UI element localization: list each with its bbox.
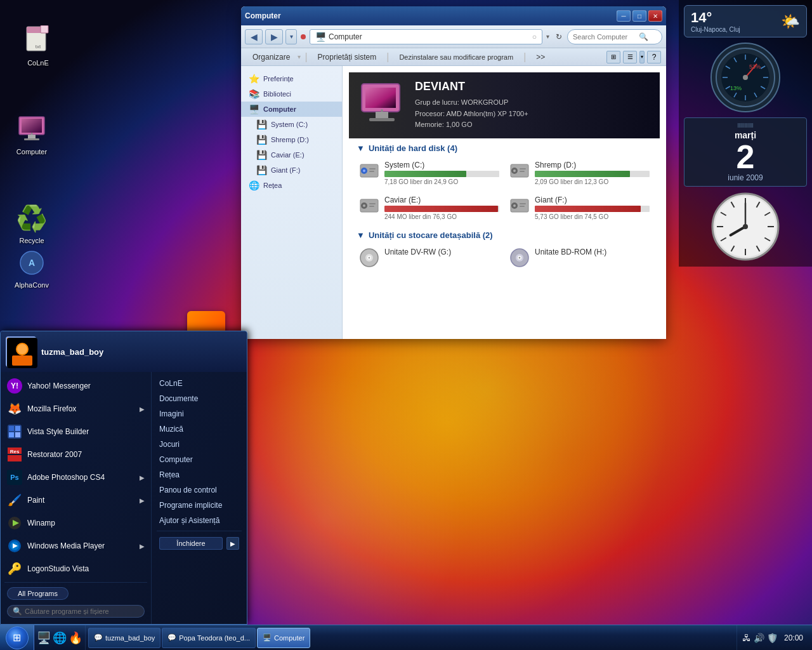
removable-header[interactable]: ▼ Unități cu stocare detașabilă (2) [357,230,652,240]
hard-disks-header[interactable]: ▼ Unități de hard disk (4) [357,143,652,153]
search-input[interactable] [573,33,636,41]
svg-point-35 [513,204,516,207]
sidebar-system-c[interactable]: 💾 System (C:) [241,117,342,132]
explorer-title: Computer [245,11,281,20]
refresh-indicator: ○ [532,32,537,41]
sidebar-shremp-d[interactable]: 💾 Shremp (D:) [241,132,342,147]
calendar-widget[interactable]: |||||||||||| marți 2 iunie 2009 [684,117,807,187]
drive-d-bar [535,171,630,177]
menu-item-paint[interactable]: 🖌️ Paint ▶ [1,489,151,512]
menu-item-logonstudio[interactable]: 🔑 LogonStudio Vista [1,557,151,580]
taskbar-popa-label: Popa Teodora (teo_d... [179,634,250,642]
taskbar-computer[interactable]: 🖥️ Computer [257,628,310,648]
sidebar-giant-f-label: Giant (F:) [271,166,300,174]
view-btn-1[interactable]: ⊞ [606,51,620,63]
tray-network-icon[interactable]: 🖧 [742,633,751,643]
weather-widget[interactable]: 14° Cluj-Napoca, Cluj 🌤️ [684,5,807,37]
speedometer-widget: 53% 13% [710,43,780,112]
right-item-colne[interactable]: CoLnE [152,376,247,391]
right-item-programe[interactable]: Programe implicite [152,498,247,513]
organize-menu[interactable]: Organizare [246,51,296,63]
maximize-button[interactable]: □ [632,10,646,22]
menu-item-wmp[interactable]: Windows Media Player ▶ [1,534,151,557]
shutdown-button[interactable]: Închidere [159,537,223,550]
drive-caviar-e[interactable]: Caviar (E:) 244 MO liber din 76,3 GO [357,193,502,223]
sidebar-caviar-e[interactable]: 💾 Caviar (E:) [241,147,342,162]
minimize-button[interactable]: ─ [617,10,631,22]
uninstall-menu[interactable]: Dezinstalare sau modificare program [393,52,520,62]
menu-item-photoshop[interactable]: Ps Adobe Photoshop CS4 ▶ [1,466,151,489]
svg-rect-84 [12,355,32,366]
sidebar-libraries-label: Biblioteci [263,90,291,98]
firefox-arrow: ▶ [140,406,145,413]
right-item-imagini[interactable]: Imagini [152,406,247,421]
start-button[interactable] [0,625,34,651]
ql-show-desktop[interactable]: 🖥️ [37,631,51,645]
back-button[interactable]: ◀ [245,29,263,44]
desktop-icon-recycle[interactable]: ♻️ Recycle [6,203,57,245]
shutdown-arrow[interactable]: ▶ [226,537,239,550]
right-item-computer[interactable]: Computer [152,452,247,467]
right-item-muzica[interactable]: Muzică [152,421,247,437]
view-btn-2[interactable]: ☰ [623,51,637,63]
sidebar-computer[interactable]: 🖥️ Computer [241,102,342,117]
desktop-icon-colne[interactable]: txt CoLnE [13,25,63,67]
drive-e-bar-container [384,206,499,212]
search-box[interactable]: 🔍 [567,29,662,44]
drive-c-bar [384,171,466,177]
right-item-ajutor[interactable]: Ajutor și Asistență [152,513,247,528]
system-props-menu[interactable]: Proprietăți sistem [311,51,383,63]
sidebar-libraries[interactable]: 📚 Biblioteci [241,86,342,102]
help-btn[interactable]: ? [647,51,661,63]
drive-dvdrw-g[interactable]: Unitate DV-RW (G:) [357,245,502,275]
all-programs-button[interactable]: All Programs [7,587,69,600]
menu-item-winamp[interactable]: Winamp [1,512,151,534]
view-dropdown[interactable]: ▾ [639,51,645,63]
more-menu[interactable]: >> [530,51,551,63]
menu-item-restorator[interactable]: Res Restorator 2007 [1,443,151,466]
forward-button[interactable]: ▶ [265,29,283,44]
right-divider [157,531,242,531]
drive-giant-f[interactable]: Giant (F:) 5,73 GO liber din 74,5 GO [507,193,652,223]
svg-rect-89 [15,432,20,437]
right-item-panou[interactable]: Panou de control [152,482,247,498]
right-item-documente[interactable]: Documente [152,391,247,406]
sidebar-network[interactable]: 🌐 Rețea [241,178,342,193]
menu-item-firefox[interactable]: 🦊 Mozilla Firefox ▶ [1,397,151,420]
dropdown-button[interactable]: ▾ [285,29,297,44]
svg-rect-2 [41,25,48,33]
desktop-icon-computer[interactable]: Computer [6,114,57,156]
tray-security-icon[interactable]: 🛡️ [767,633,778,643]
shutdown-row: Închidere ▶ [152,534,247,553]
close-button[interactable]: ✕ [648,10,662,22]
start-search-input[interactable] [25,607,126,615]
wmp-label: Windows Media Player [27,541,105,550]
taskbar-yahoo[interactable]: 💬 tuzma_bad_boy [88,628,160,648]
refresh-btn[interactable]: ↻ [553,32,565,41]
desktop-icon-alphaconv[interactable]: A AlphaConv [6,248,57,289]
drive-system-c[interactable]: System (C:) 7,18 GO liber din 24,9 GO [357,158,502,188]
addr-dropdown[interactable]: ▾ [545,33,551,40]
ql-app[interactable]: 🔥 [69,631,82,645]
menu-item-vista-style[interactable]: Vista Style Builder [1,420,151,443]
tray-volume-icon[interactable]: 🔊 [754,633,764,643]
taskbar-popa[interactable]: 💬 Popa Teodora (teo_d... [162,628,256,648]
taskbar-items: 💬 tuzma_bad_boy 💬 Popa Teodora (teo_d...… [86,625,737,650]
svg-rect-15 [376,112,388,118]
drive-bdrom-h[interactable]: Unitate BD-ROM (H:) [507,245,652,275]
right-item-jocuri[interactable]: Jocuri [152,437,247,452]
start-search-bar[interactable]: 🔍 [7,605,145,618]
address-bar[interactable]: 🖥️ Computer ○ [310,29,542,44]
sidebar-favorites[interactable]: ⭐ Preferințe [241,71,342,86]
sidebar-giant-f[interactable]: 💾 Giant (F:) [241,162,342,178]
giant-f-icon: 💾 [256,165,267,175]
right-item-retea[interactable]: Rețea [152,467,247,482]
menu-item-yahoo[interactable]: Y! Yahoo! Messenger [1,375,151,397]
svg-rect-7 [28,135,36,138]
firefox-icon: 🦊 [7,401,22,416]
drive-shremp-d[interactable]: Shremp (D:) 2,09 GO liber din 12,3 GO [507,158,652,188]
ql-ie[interactable]: 🌐 [53,631,67,645]
svg-text:13%: 13% [730,85,742,91]
tray-time[interactable]: 20:00 [780,633,807,642]
photoshop-arrow: ▶ [140,474,145,481]
